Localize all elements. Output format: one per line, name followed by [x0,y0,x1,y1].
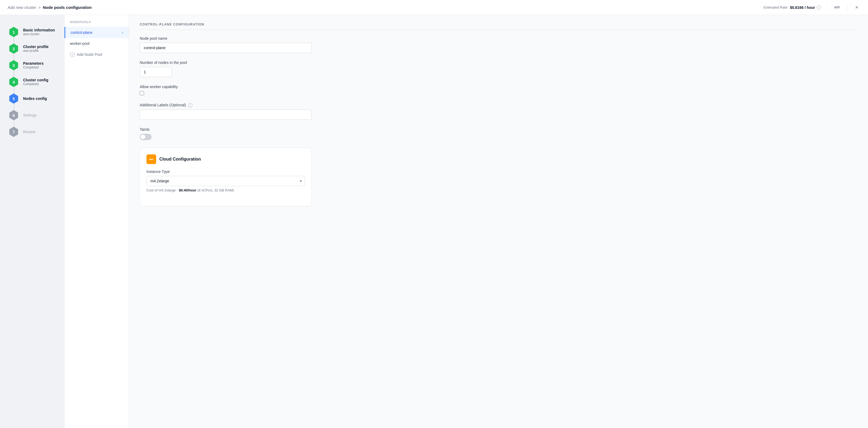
instance-type-select-wrap: m4.2xlargem4.xlargem4.4xlargem5.xlargem5… [147,176,305,186]
cloud-config-header: aws Cloud Configuration [147,154,305,164]
add-nodepool-button[interactable]: + Add Node Pool [64,49,129,60]
step-title-7: Review [23,130,35,134]
step-item-2[interactable]: 2 Cluster profile aws-profile [9,40,64,57]
step-subtitle-1: aws-cluster [23,32,55,36]
step-text-4: Cluster config Completed [23,78,49,86]
aws-logo: aws [147,154,156,164]
step-badge-7: 7 [9,127,19,137]
nodepool-item-control-plane[interactable]: control-plane› [64,27,129,38]
instance-type-select[interactable]: m4.2xlargem4.xlargem4.4xlargem5.xlargem5… [147,176,305,186]
step-text-6: Settings [23,113,37,117]
step-title-6: Settings [23,113,37,117]
step-text-2: Cluster profile aws-profile [23,44,49,53]
toggle-thumb [141,134,145,139]
step-item-7[interactable]: 7 Review [9,124,64,140]
allow-worker-checkbox[interactable] [140,91,144,95]
step-text-1: Basic information aws-cluster [23,28,55,36]
step-item-5[interactable]: 5 Nodes config [9,90,64,107]
nodepool-item-worker-pool[interactable]: worker-pool [64,38,129,49]
step-badge-1: 1 [9,27,19,37]
additional-labels-input[interactable] [140,109,312,120]
step-subtitle-4: Completed [23,82,49,86]
main-layout: 1 Basic information aws-cluster 2 Cluste… [0,15,868,428]
step-item-4[interactable]: 4 Cluster config Completed [9,73,64,90]
nodepools-panel: NODEPOOLS control-plane›worker-pool + Ad… [64,15,129,428]
additional-labels-group: Additional Labels (Optional) i [140,103,857,120]
allow-worker-label: Allow worker capability [140,85,857,89]
step-text-7: Review [23,130,35,134]
allow-worker-checkbox-wrap [140,91,857,95]
step-item-3[interactable]: 3 Parameters Completed [9,57,64,73]
breadcrumb-separator: > [38,5,41,10]
breadcrumb-parent: Add new cluster [7,5,36,10]
taints-group: Taints [140,127,857,140]
add-nodepool-label: Add Node Pool [77,52,102,57]
step-badge-6: 6 [9,110,19,120]
breadcrumb-current: Node pools configuration [43,5,92,10]
step-item-1[interactable]: 1 Basic information aws-cluster [9,24,64,40]
step-title-5: Nodes config [23,96,47,101]
rate-value: $0.8166 / hour [790,5,815,10]
plus-circle-icon: + [70,52,75,57]
step-subtitle-3: Completed [23,66,43,69]
nodepool-name: control-plane [71,30,92,35]
step-item-6[interactable]: 6 Settings [9,107,64,124]
header: Add new cluster > Node pools configurati… [0,0,868,15]
breadcrumb: Add new cluster > Node pools configurati… [7,5,92,10]
chevron-right-icon: › [122,30,123,35]
step-title-2: Cluster profile [23,44,49,49]
nodepools-label: NODEPOOLS [64,21,129,27]
estimated-label: Estimated Rate: [764,5,788,9]
taints-label: Taints [140,127,857,132]
node-pool-name-group: Node pool name [140,36,857,53]
instance-type-label: Instance Type [147,169,305,174]
step-subtitle-2: aws-profile [23,49,49,53]
instance-type-group: Instance Type m4.2xlargem4.xlargem4.4xla… [147,169,305,192]
taints-toggle-wrap [140,134,857,140]
nodes-in-pool-group: Number of nodes in the pool [140,60,857,77]
config-section-title: CONTROL-PLANE CONFIGURATION [140,23,857,30]
taints-toggle[interactable] [140,134,152,140]
step-badge-5: 5 [9,93,19,104]
header-actions: Estimated Rate: $0.8166 / hour i API × [764,4,861,11]
cloud-config-title: Cloud Configuration [159,157,201,162]
additional-labels-info-icon[interactable]: i [188,103,192,107]
api-button[interactable]: API [832,4,842,10]
step-badge-3: 3 [9,60,19,70]
additional-labels-label: Additional Labels (Optional) i [140,103,857,107]
config-panel: CONTROL-PLANE CONFIGURATION Node pool na… [129,15,868,428]
node-pool-name-label: Node pool name [140,36,857,40]
rate-info-icon[interactable]: i [817,5,821,10]
estimated-rate: Estimated Rate: $0.8166 / hour i [764,5,821,10]
cloud-config-card: aws Cloud Configuration Instance Type m4… [140,148,312,206]
sidebar-steps: 1 Basic information aws-cluster 2 Cluste… [0,15,64,428]
step-text-5: Nodes config [23,96,47,101]
nodepool-name: worker-pool [70,41,90,46]
cost-hint: Cost of m4.2xlarge - $0.40/hour (8 vCPUs… [147,188,305,192]
step-badge-4: 4 [9,77,19,87]
step-text-3: Parameters Completed [23,61,43,69]
step-title-1: Basic information [23,28,55,32]
nodes-in-pool-label: Number of nodes in the pool [140,60,857,65]
node-pool-name-input[interactable] [140,43,312,53]
nodes-in-pool-input[interactable] [140,67,172,77]
step-badge-2: 2 [9,43,19,54]
step-title-3: Parameters [23,61,43,66]
divider [826,4,827,11]
allow-worker-group: Allow worker capability [140,85,857,95]
step-title-4: Cluster config [23,78,49,82]
close-button[interactable]: × [853,4,861,11]
